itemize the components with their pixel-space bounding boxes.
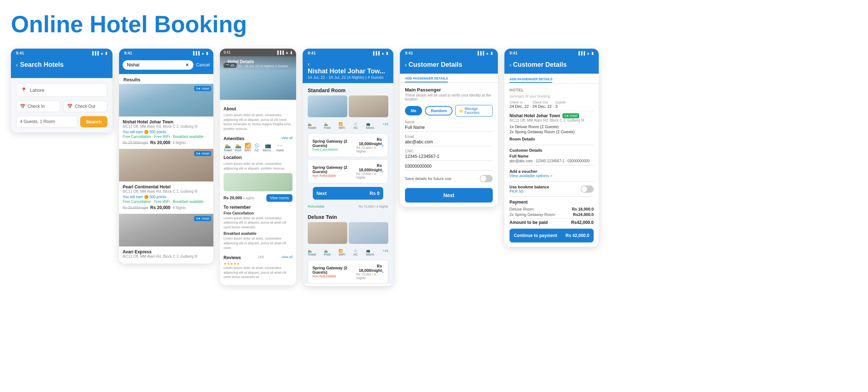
customer-details-section-title: Customer Details	[509, 148, 594, 152]
wifi-icon-5: ▲	[486, 51, 489, 55]
clear-icon[interactable]: ✕	[185, 62, 189, 68]
room-option-2[interactable]: Spring Gateway (2 Guests) Non Refundable…	[308, 159, 388, 183]
btn-me[interactable]: Me	[405, 106, 422, 115]
hotel-rating-1: 5★ Hotel	[194, 86, 211, 91]
reviews-header: Reviews (42) View all	[224, 252, 292, 262]
signal-icon: ▐▐▐	[91, 51, 99, 55]
checkin-summary: Check In 24 Dec, 22	[509, 101, 529, 109]
summary-hotel-addr: 8/C11 Off, MM Alam Rd, Block C 2, Gulber…	[509, 118, 594, 122]
checkin-date: 24 Dec, 22	[509, 104, 529, 109]
back-icon-5[interactable]: ‹	[405, 62, 407, 68]
chevron-right-icon-1: ›	[382, 142, 384, 148]
name-value[interactable]: Full Name	[405, 125, 493, 132]
deluxe-room-images	[303, 222, 393, 244]
view-rooms-button[interactable]: View rooms	[266, 194, 292, 202]
view-options-link[interactable]: View available options >	[509, 173, 594, 178]
price-nights: 4 nights	[243, 196, 255, 200]
search-button[interactable]: Search	[80, 116, 107, 127]
hotel-addr-1: 8/C11 Off, MM Alam Rd, Block C 2, Gulber…	[123, 124, 210, 128]
chevron-right-icon-3: ›	[382, 269, 384, 275]
standard-room-images	[303, 95, 393, 117]
location-text: Lorem ipsum dolor sit amet, consectetur …	[224, 162, 292, 171]
refundable-row: Refundable Rs 72,000 / 4 Nights	[308, 203, 388, 210]
deluxe-amenities: 🏊 Towel 🏊 Pool 📶 WiFi ❄️ AC 📺 Micro. +15	[303, 247, 393, 260]
amenity-pool-sm: 🏊 Pool	[324, 122, 334, 130]
chevron-right-icon-2: ›	[382, 168, 384, 174]
manage-fav-label: Manage Favorites	[464, 107, 490, 115]
spring-gateway-price: Rs 18,000/night	[356, 264, 382, 273]
hotel-card-2[interactable]: 5★ Hotel Pearl Continental Hotel 8/C11 O…	[119, 149, 213, 213]
deluxe-amenity-wifi: 📶 WiFi	[339, 249, 349, 256]
guests-box[interactable]: 4 Guests, 1 Room	[16, 116, 77, 127]
continue-to-payment-button[interactable]: Continue to payment Rs 42,000.0	[509, 229, 594, 242]
back-icon-6[interactable]: ‹	[509, 62, 511, 68]
customer-name-summary: Full Name	[509, 154, 594, 158]
screens-container: 9:41 ▐▐▐ ▲ ▮ ‹ Search Hotels 📍 Lahore 📅 …	[11, 49, 857, 286]
hotel-name-3: Avari Express	[123, 249, 210, 254]
deluxe-amenity-ac: ❄️ AC	[353, 249, 362, 256]
status-icons-2: ▐▐▐ ▲ ▮	[192, 51, 208, 55]
cancel-button[interactable]: Cancel	[196, 62, 210, 68]
divider-5	[509, 196, 594, 197]
spring-gateway-nights: Rs 72,000 / 4 Nights	[356, 273, 382, 280]
status-icons-4: ▐▐▐ ▲ ▮	[372, 51, 388, 55]
amenity-ac-sm: ❄️ AC	[353, 122, 362, 130]
reviews-view-all[interactable]: View all	[281, 255, 292, 259]
back-icon[interactable]: ‹	[16, 62, 18, 68]
hotel-addr-3: 8/C11 Off, MM Alam Rd, Block C 2, Gulber…	[123, 254, 210, 258]
screen-customer-details: 9:41 ▐▐▐ ▲ ▮ ‹ Customer Details ADD PASS…	[400, 49, 498, 207]
cnic-value[interactable]: 12345-1234567-1	[405, 154, 493, 161]
save-toggle[interactable]	[480, 175, 493, 182]
page-title: Online Hotel Booking	[11, 11, 857, 38]
next-btn-container: Next Rs 0 Refundable Rs 72,000 / 4 Night…	[308, 187, 388, 210]
amenity-pool: 🏊Pool	[235, 143, 241, 152]
room-option-1[interactable]: Spring Gateway (2 Guests) Free Cancellat…	[308, 133, 388, 157]
hotel-card-3[interactable]: 5★ Hotel Avari Express 8/C11 Off, MM Ala…	[119, 214, 213, 263]
wifi-icon-2: ▲	[201, 51, 205, 55]
phone-value[interactable]: 03000000000	[405, 164, 493, 171]
payment-amount-1: Rs 18,000.0	[572, 207, 594, 211]
hotel-image-2: 5★ Hotel	[119, 149, 213, 181]
hotel-detail-title-block: Hotel Details 14 Jul, 22 - 18 Jul, 22 (4…	[228, 59, 288, 68]
back-row: ‹ Search Hotels	[16, 61, 107, 69]
payment-title: Payment	[509, 200, 594, 205]
remember-text: Lorem ipsum dolor sit amet, consectetur …	[224, 216, 292, 230]
next-button-5[interactable]: Next	[405, 188, 493, 203]
city-input-box[interactable]: 📍 Lahore	[16, 83, 107, 97]
continue-btn-label: Continue to payment	[514, 233, 557, 238]
photo-count: 📷 45	[224, 63, 237, 68]
spring-gateway-option[interactable]: Spring Gateway (2 Guests) Non Refundable…	[308, 260, 388, 284]
room-type-2: 2x Spring Getaway Room (2 Guests)	[509, 130, 594, 134]
room-type-1: 1x Deluxe Room (2 Guests)	[509, 124, 594, 129]
about-text: Lorem ipsum dolor sit amet, consectetur …	[224, 113, 292, 131]
signal-icon-5: ▐▐▐	[476, 51, 484, 55]
hotel-image-1: 5★ Hotel	[119, 84, 213, 117]
hotel-nights-1: 4 Nights	[172, 141, 186, 145]
next-button-4[interactable]: Next Rs 0	[313, 187, 383, 200]
room-option-1-name: Spring Gateway (2 Guests)	[312, 139, 356, 148]
status-icons-5: ▐▐▐ ▲ ▮	[476, 51, 493, 55]
back-row-5: ‹ Customer Details	[405, 61, 493, 69]
hotel-nights-2: 4 Nights	[172, 206, 186, 210]
voucher-section: Add a voucher View available options >	[509, 169, 594, 178]
view-all-amenities[interactable]: View all	[281, 136, 292, 140]
battery-icon-6: ▮	[591, 51, 594, 55]
hotel-name-1: Nishat Hotel Johar Town	[123, 119, 210, 124]
hotel-card-1[interactable]: 5★ Hotel Nishat Hotel Johar Town 8/C11 O…	[119, 84, 213, 148]
back-icon-4[interactable]: ‹	[308, 61, 310, 67]
bookme-balance-toggle[interactable]	[581, 185, 594, 193]
btn-random[interactable]: Random	[425, 106, 453, 115]
hotel-points-2: You will earn 🟠 500 points	[123, 195, 210, 199]
amenities-list: 🏊Towel 🏊Pool 📶WiFi ❄️AC 📺Micro... ⋯more	[224, 143, 292, 152]
search-field[interactable]: Nishat ✕	[123, 60, 193, 70]
manage-favorites-btn[interactable]: ⭐ Manage Favorites	[455, 105, 493, 117]
email-value[interactable]: abc@abc.com	[405, 139, 493, 146]
guests-count: 3	[555, 104, 566, 109]
star-rating: ★★★★★	[224, 262, 292, 266]
amenity-microwave: 📺Micro...	[263, 143, 274, 152]
checkin-box[interactable]: 📅 Check In	[16, 101, 60, 112]
wifi-icon-6: ▲	[586, 51, 590, 55]
hotel-detail-title: Hotel Details	[228, 59, 288, 64]
checkout-box[interactable]: 📅 Check Out	[63, 101, 107, 112]
email-label: Email	[405, 135, 493, 139]
